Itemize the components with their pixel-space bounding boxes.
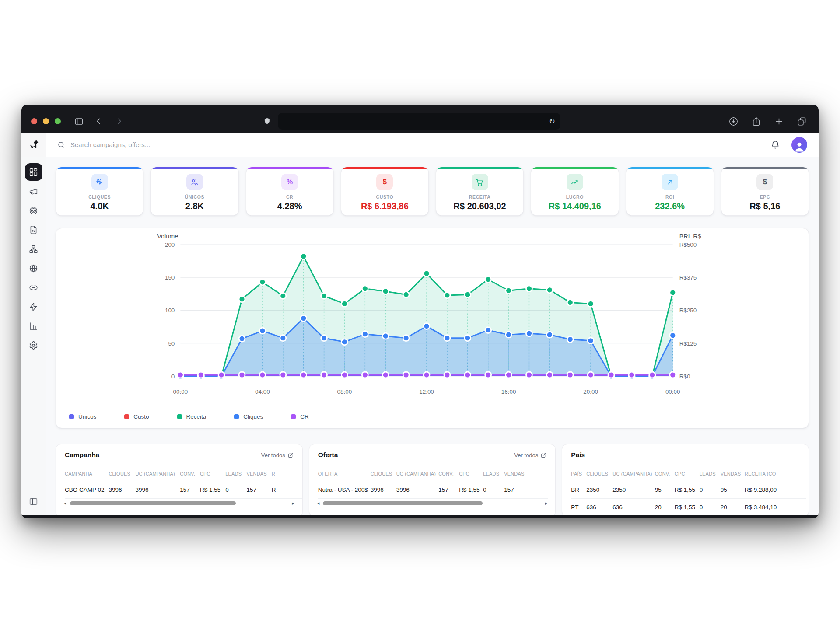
table-cell: 20 [655, 499, 675, 516]
scroll-right-arrow-icon[interactable]: ▸ [292, 501, 294, 506]
sidebar-item-landers[interactable] [25, 221, 42, 238]
table-column-header: LEADS [483, 465, 504, 481]
table-column-header: LEADS [225, 465, 246, 481]
kpi-accent-bar [721, 167, 808, 169]
legend-item-custo[interactable]: Custo [124, 413, 149, 420]
table-column-header: UC (CAMPANHA) [135, 465, 180, 481]
table-column-header: CPC [200, 465, 225, 481]
scroll-left-arrow-icon[interactable]: ◂ [317, 501, 320, 506]
kpi-card-epc: $EPCR$ 5,16 [721, 167, 809, 216]
back-button-icon[interactable] [93, 116, 105, 127]
percent-icon: % [287, 178, 293, 186]
app-logo[interactable] [21, 133, 46, 157]
sidebar-item-automation[interactable] [25, 298, 42, 315]
downloads-icon[interactable] [728, 116, 739, 127]
browser-sidebar-toggle-icon[interactable] [73, 116, 84, 127]
table-cell: R$ 3.484,10 [745, 499, 806, 516]
table-column-header: CONV. [655, 465, 675, 481]
kpi-value: 4.0K [91, 201, 109, 211]
table-column-header: UC (CAMPANHA) [612, 465, 654, 481]
table-column-header: CLIQUES [371, 465, 396, 481]
legend-item-receita[interactable]: Receita [177, 413, 206, 420]
search-input[interactable] [70, 141, 254, 148]
share-icon[interactable] [750, 116, 762, 127]
table-cell: 0 [700, 481, 721, 499]
zap-icon [29, 302, 38, 312]
user-avatar[interactable] [791, 137, 807, 153]
scroll-right-arrow-icon[interactable]: ▸ [545, 501, 548, 506]
legend-item-cliques[interactable]: Cliques [234, 413, 263, 420]
table-cell: R$ 1,55 [200, 481, 225, 499]
kpi-card-cr: %CR4.28% [246, 167, 334, 216]
sidebar-item-reports[interactable] [25, 317, 42, 335]
kpi-value: R$ 20.603,02 [454, 201, 506, 211]
sidebar-item-links[interactable] [25, 279, 42, 296]
arrow-up-right-icon [666, 178, 674, 186]
sidebar-item-campaigns[interactable] [25, 182, 42, 200]
panel-left-icon [29, 497, 38, 506]
zoom-window-button[interactable] [55, 118, 61, 124]
table-row: Nutra - USA - 200$39963996157R$ 1,550157 [318, 481, 548, 499]
svg-text:08:00: 08:00 [337, 388, 352, 395]
search-icon [57, 141, 65, 149]
svg-text:R$250: R$250 [679, 307, 697, 314]
sidebar-item-dashboard[interactable] [25, 163, 42, 181]
minimize-window-button[interactable] [43, 118, 49, 124]
svg-text:150: 150 [165, 274, 175, 281]
scrollbar-thumb[interactable] [70, 501, 236, 505]
sidebar-item-settings[interactable] [25, 336, 42, 354]
new-tab-icon[interactable] [773, 116, 784, 127]
table-column-header: CPC [459, 465, 483, 481]
table-column-header: LEADS [700, 465, 721, 481]
legend-label: Cliques [243, 413, 263, 420]
forward-button-icon[interactable] [113, 116, 125, 127]
ver-todos-link[interactable]: Ver todos [514, 452, 546, 458]
dollar-icon: $ [763, 178, 767, 186]
svg-text:Volume: Volume [157, 233, 178, 240]
table-column-header: CONV. [438, 465, 459, 481]
chart-legend: ÚnicosCustoReceitaCliquesCR [56, 405, 808, 428]
sidebar-item-domains[interactable] [25, 259, 42, 277]
scrollbar-track[interactable] [70, 501, 289, 505]
scrollbar-track[interactable] [323, 501, 542, 505]
url-bar[interactable]: ↻ [278, 113, 560, 130]
browser-window: ↻ [21, 105, 819, 518]
kpi-value: R$ 5,16 [749, 201, 780, 211]
app-header [21, 133, 819, 157]
legend-swatch [234, 414, 239, 419]
table-cell: 20 [721, 499, 745, 516]
shield-icon[interactable] [261, 116, 273, 127]
legend-item-únicos[interactable]: Únicos [69, 413, 96, 420]
sidebar-item-flows[interactable] [25, 240, 42, 258]
table-card-campanha: CampanhaVer todosCAMPANHACLIQUESUC (CAMP… [56, 444, 303, 515]
reload-icon[interactable]: ↻ [549, 118, 555, 125]
external-link-icon [541, 452, 546, 458]
horizontal-scrollbar[interactable]: ◂▸ [309, 499, 556, 509]
svg-text:00:00: 00:00 [665, 388, 680, 395]
svg-text:R$0: R$0 [679, 373, 690, 380]
tab-overview-icon[interactable] [796, 116, 807, 127]
click-icon [95, 178, 104, 186]
table-cell: 636 [586, 499, 612, 516]
kpi-accent-bar [246, 167, 333, 169]
ver-todos-link[interactable]: Ver todos [261, 452, 294, 458]
scrollbar-thumb[interactable] [323, 501, 483, 505]
svg-text:12:00: 12:00 [419, 388, 434, 395]
kpi-icon-chip [186, 174, 203, 190]
scroll-left-arrow-icon[interactable]: ◂ [64, 501, 66, 506]
notifications-bell-icon[interactable] [770, 140, 780, 150]
network-icon [29, 245, 38, 254]
table-row: PT63663620R$ 1,55020R$ 3.484,10 [571, 499, 805, 516]
table-card-oferta: OfertaVer todosOFERTACLIQUESUC (CAMPANHA… [309, 444, 556, 515]
table-cell: 3996 [108, 481, 135, 499]
sidebar-item-offers[interactable] [25, 202, 42, 219]
kpi-card-roi: ROI232.6% [626, 167, 714, 216]
kpi-accent-bar [436, 167, 523, 169]
horizontal-scrollbar[interactable]: ◂▸ [56, 499, 302, 509]
close-window-button[interactable] [31, 118, 37, 124]
legend-swatch [124, 414, 129, 419]
legend-swatch [177, 414, 182, 419]
legend-item-cr[interactable]: CR [291, 413, 309, 420]
sidebar-item-collapse[interactable] [25, 493, 42, 510]
table-cell: 0 [700, 499, 721, 516]
